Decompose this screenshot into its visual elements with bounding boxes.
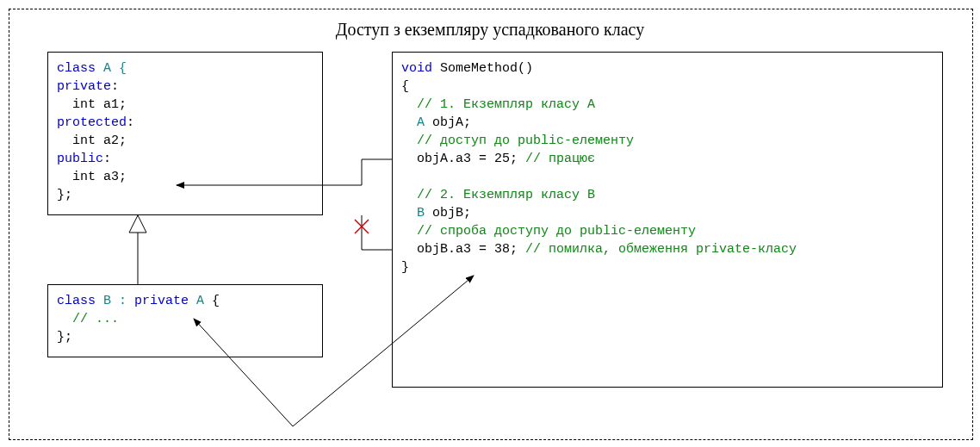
close-brace: }; — [57, 330, 72, 345]
colon: : — [111, 79, 119, 94]
kw-void: void — [401, 61, 432, 76]
open-brace: { — [401, 79, 409, 94]
class-b-box: class B : private A { // ... }; — [47, 284, 323, 357]
comment-try-access: // спроба доступу до public-елементу — [401, 224, 696, 239]
field-a1: int a1; — [57, 97, 127, 112]
close-brace: } — [401, 260, 409, 275]
objA-assign: objA.a3 = 25; — [401, 152, 525, 166]
type-a-ref: A — [189, 294, 212, 308]
kw-protected: protected — [57, 115, 127, 130]
kw-private: private — [134, 294, 189, 308]
close-brace: }; — [57, 188, 72, 202]
kw-class: class — [57, 61, 96, 76]
type-a-decl: A — [401, 115, 425, 130]
diagram-title: Доступ з екземпляру успадкованого класу — [0, 17, 980, 41]
objA-decl: objA; — [425, 115, 471, 130]
kw-private: private — [57, 79, 111, 94]
objB-assign: objB.a3 = 38; — [401, 242, 525, 257]
kw-class: class — [57, 294, 96, 308]
colon: : — [103, 152, 111, 166]
comment-1: // 1. Екземпляр класу A — [401, 97, 595, 112]
colon: : — [127, 115, 134, 130]
method-name: SomeMethod() — [432, 61, 533, 76]
class-a-box: class A { private: int a1; protected: in… — [47, 52, 323, 215]
objB-decl: objB; — [425, 206, 471, 220]
comment-pub-access: // доступ до public-елементу — [401, 133, 634, 148]
type-a: A { — [96, 61, 127, 76]
blank-line — [401, 170, 409, 184]
field-a2: int a2; — [57, 133, 127, 148]
comment-works: // працює — [525, 152, 595, 166]
comment-2: // 2. Екземпляр класу B — [401, 188, 595, 202]
ellipsis-comment: // ... — [57, 312, 119, 326]
type-b: B : — [96, 294, 134, 308]
comment-error: // помилка, обмеження private-класу — [525, 242, 797, 257]
diagram-canvas: Доступ з екземпляру успадкованого класу … — [0, 0, 980, 447]
somemethod-box: void SomeMethod() { // 1. Екземпляр клас… — [392, 52, 943, 388]
type-b-decl: B — [401, 206, 425, 220]
open-brace: { — [212, 294, 220, 308]
kw-public: public — [57, 152, 103, 166]
field-a3: int a3; — [57, 170, 127, 184]
